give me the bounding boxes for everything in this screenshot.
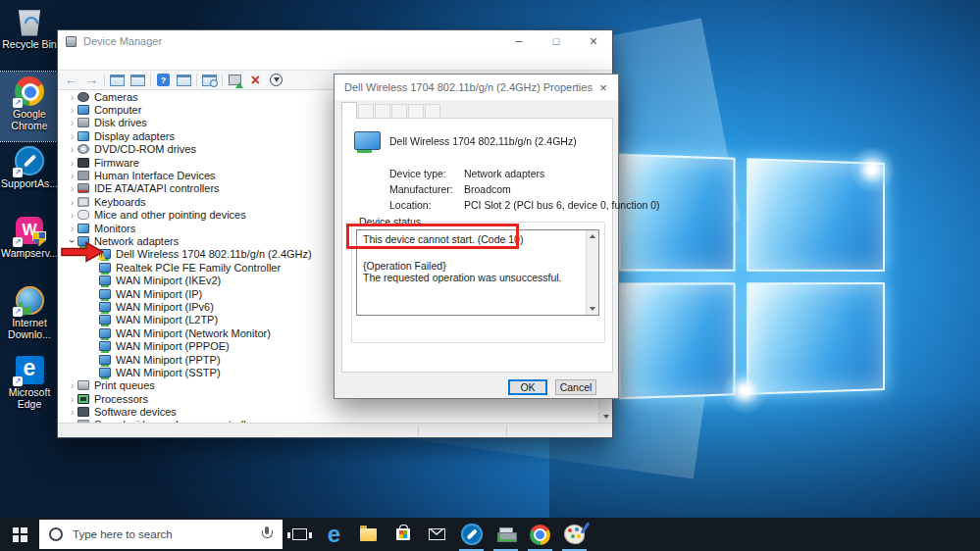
desktop-icons: Recycle Bin Google Chrome SupportAs... W… <box>0 2 61 420</box>
chevron-icon[interactable] <box>67 144 77 154</box>
scroll-down-icon[interactable] <box>587 303 598 315</box>
tree-item-label: Mice and other pointing devices <box>94 209 246 221</box>
desktop-icon-google-chrome[interactable]: Google Chrome <box>0 72 59 141</box>
chevron-icon[interactable] <box>67 197 77 207</box>
device-status-group-label: Device status <box>356 216 424 227</box>
status-scrollbar[interactable] <box>586 230 598 315</box>
desktop-icon-label: Recycle Bin <box>2 39 56 51</box>
taskbar: 8:55 PM 8/14/2018 3 <box>0 518 980 551</box>
device-icon <box>77 380 89 390</box>
device-icon <box>99 276 111 285</box>
device-icon <box>99 315 111 325</box>
microphone-icon[interactable] <box>261 526 273 542</box>
taskbar-mail[interactable] <box>420 518 454 551</box>
taskbar-store[interactable] <box>386 518 420 551</box>
taskbar-paint[interactable] <box>557 518 592 551</box>
desktop-icon-supportassist[interactable]: SupportAs... <box>0 141 59 211</box>
chevron-icon[interactable] <box>67 407 77 417</box>
tree-item-label: Disk drives <box>94 117 147 128</box>
device-manager-titlebar[interactable]: Device Manager <box>58 30 612 52</box>
chevron-icon[interactable] <box>67 105 77 115</box>
device-icon <box>99 302 111 312</box>
update-driver-icon[interactable] <box>227 73 243 88</box>
menu-file[interactable] <box>58 60 74 62</box>
action-pane-icon[interactable] <box>176 73 192 88</box>
status-line: {Operation Failed} <box>363 260 579 272</box>
taskbar-supportassist[interactable] <box>454 518 489 551</box>
device-status-textbox[interactable]: This device cannot start. (Code 10) {Ope… <box>356 229 599 316</box>
menu-help[interactable] <box>105 60 121 62</box>
forward-icon[interactable] <box>83 73 100 88</box>
desktop-icon-internet-download-manager[interactable]: Internet Downlo... <box>0 280 59 350</box>
chevron-icon[interactable] <box>67 158 77 168</box>
close-button[interactable] <box>575 30 612 52</box>
chevron-icon[interactable] <box>67 183 77 193</box>
taskbar-edge[interactable] <box>317 518 351 551</box>
taskbar-search[interactable] <box>39 520 283 549</box>
chevron-icon[interactable] <box>67 394 77 404</box>
general-tab-page: Dell Wireless 1704 802.11b/g/n (2.4GHz) … <box>341 118 613 373</box>
tree-item-label: WAN Miniport (SSTP) <box>116 367 221 378</box>
chevron-icon[interactable] <box>68 235 77 246</box>
desktop-icon-recycle-bin[interactable]: Recycle Bin <box>0 2 59 72</box>
tab-driver[interactable] <box>375 104 390 118</box>
property-label: Manufacturer: <box>389 183 464 195</box>
chevron-icon[interactable] <box>67 380 77 390</box>
tree-item-label: Computer <box>94 104 141 116</box>
taskbar-file-explorer[interactable] <box>351 518 386 551</box>
status-bar <box>58 423 612 437</box>
dialog-close-button[interactable] <box>594 78 612 96</box>
menu-action[interactable] <box>74 60 89 62</box>
disable-device-icon[interactable] <box>268 73 284 88</box>
device-name: Dell Wireless 1704 802.11b/g/n (2.4GHz) <box>389 135 577 147</box>
desktop-icon-label: Internet Downlo... <box>1 318 58 340</box>
chevron-icon[interactable] <box>67 210 77 220</box>
ok-button[interactable]: OK <box>508 379 547 395</box>
tab-details[interactable] <box>391 104 407 118</box>
chevron-icon[interactable] <box>67 118 77 127</box>
tree-item-label: IDE ATA/ATAPI controllers <box>94 182 220 194</box>
tree-item-label: WAN Miniport (IP) <box>116 288 202 300</box>
dialog-titlebar[interactable]: Dell Wireless 1704 802.11b/g/n (2.4GHz) … <box>335 75 618 100</box>
device-icon <box>99 328 111 338</box>
console-tree-icon[interactable] <box>109 73 126 88</box>
device-icon <box>77 407 89 417</box>
tab-events[interactable] <box>408 104 424 118</box>
device-icon <box>99 263 111 273</box>
search-input[interactable] <box>71 527 261 541</box>
uninstall-device-icon[interactable] <box>247 73 264 88</box>
tab-advanced[interactable] <box>358 104 374 118</box>
tree-item-label: Processors <box>94 393 148 405</box>
minimize-button[interactable] <box>500 30 538 52</box>
properties-icon[interactable] <box>129 73 146 88</box>
desktop-icon-wampserver[interactable]: Wampserv... <box>0 211 59 280</box>
scan-hardware-icon[interactable] <box>201 73 218 88</box>
device-icon <box>77 158 89 168</box>
device-icon <box>99 355 111 365</box>
tab-resources[interactable] <box>425 104 440 118</box>
taskbar-app-icon <box>328 521 340 548</box>
scroll-down-icon[interactable] <box>599 410 612 423</box>
taskbar-task-view[interactable] <box>283 518 317 551</box>
taskbar-device-manager[interactable] <box>489 518 523 551</box>
chevron-icon[interactable] <box>67 131 77 141</box>
chevron-icon[interactable] <box>67 92 77 102</box>
taskbar-chrome[interactable] <box>523 518 557 551</box>
desktop-icon-image <box>18 8 41 36</box>
device-icon <box>77 210 89 220</box>
chevron-icon[interactable] <box>67 224 77 233</box>
back-icon[interactable] <box>63 73 79 88</box>
menu-bar <box>58 52 612 70</box>
status-bar-divider <box>506 426 507 435</box>
scroll-up-icon[interactable] <box>587 230 598 242</box>
desktop-icon-microsoft-edge[interactable]: Microsoft Edge <box>0 350 59 420</box>
help-icon[interactable] <box>155 73 172 88</box>
chevron-icon[interactable] <box>67 171 77 180</box>
menu-view[interactable] <box>89 60 105 62</box>
tab-general[interactable] <box>341 102 357 119</box>
cancel-button[interactable]: Cancel <box>555 379 596 395</box>
maximize-button[interactable] <box>538 30 575 52</box>
tree-item-software-devices[interactable]: Software devices <box>58 405 612 418</box>
start-button[interactable] <box>0 518 39 551</box>
device-properties: Device type: Network adapters Manufactur… <box>389 166 606 213</box>
